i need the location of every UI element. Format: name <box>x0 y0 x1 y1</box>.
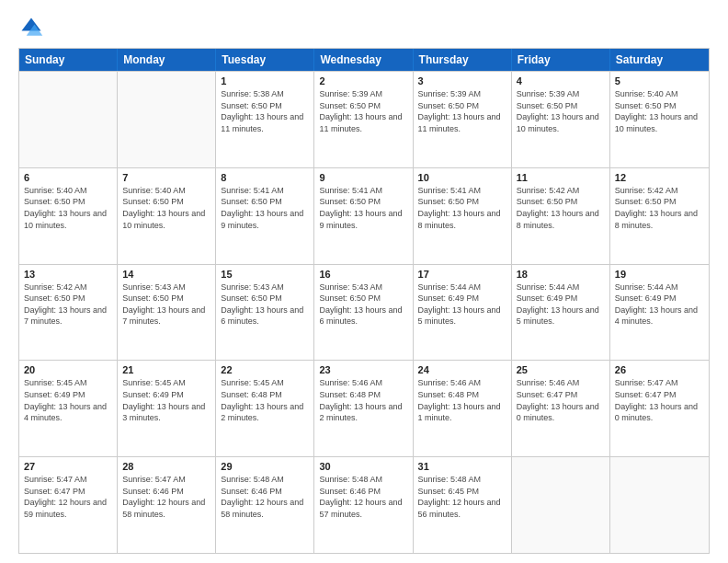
day-info: Sunrise: 5:44 AMSunset: 6:49 PMDaylight:… <box>418 282 506 327</box>
day-number: 19 <box>615 269 704 280</box>
day-info: Sunrise: 5:48 AMSunset: 6:46 PMDaylight:… <box>319 474 407 520</box>
cal-header-tuesday: Tuesday <box>216 49 314 71</box>
cal-header-wednesday: Wednesday <box>314 49 413 71</box>
cal-cell: 13Sunrise: 5:42 AMSunset: 6:50 PMDayligh… <box>19 265 118 361</box>
cal-week-5: 27Sunrise: 5:47 AMSunset: 6:47 PMDayligh… <box>19 456 709 553</box>
cal-header-monday: Monday <box>118 49 216 71</box>
day-info: Sunrise: 5:47 AMSunset: 6:47 PMDaylight:… <box>24 474 112 520</box>
day-number: 23 <box>319 364 407 375</box>
day-number: 28 <box>122 461 210 472</box>
day-info: Sunrise: 5:46 AMSunset: 6:48 PMDaylight:… <box>319 377 407 423</box>
cal-header-thursday: Thursday <box>414 49 512 71</box>
day-number: 21 <box>122 364 210 375</box>
day-number: 9 <box>319 172 407 183</box>
day-info: Sunrise: 5:41 AMSunset: 6:50 PMDaylight:… <box>418 185 506 231</box>
cal-header-friday: Friday <box>512 49 610 71</box>
day-info: Sunrise: 5:42 AMSunset: 6:50 PMDaylight:… <box>517 185 605 231</box>
cal-week-4: 20Sunrise: 5:45 AMSunset: 6:49 PMDayligh… <box>19 360 709 456</box>
cal-cell: 30Sunrise: 5:48 AMSunset: 6:46 PMDayligh… <box>314 457 413 553</box>
day-info: Sunrise: 5:40 AMSunset: 6:50 PMDaylight:… <box>615 88 704 134</box>
day-number: 1 <box>221 75 309 86</box>
cal-cell: 1Sunrise: 5:38 AMSunset: 6:50 PMDaylight… <box>216 72 314 167</box>
day-info: Sunrise: 5:40 AMSunset: 6:50 PMDaylight:… <box>24 185 112 231</box>
cal-cell: 29Sunrise: 5:48 AMSunset: 6:46 PMDayligh… <box>216 457 314 553</box>
cal-cell: 5Sunrise: 5:40 AMSunset: 6:50 PMDaylight… <box>610 72 709 167</box>
day-number: 3 <box>418 75 506 86</box>
logo-icon <box>18 15 44 40</box>
calendar-header-row: SundayMondayTuesdayWednesdayThursdayFrid… <box>19 49 709 71</box>
day-number: 6 <box>24 172 112 183</box>
day-info: Sunrise: 5:48 AMSunset: 6:45 PMDaylight:… <box>418 474 506 520</box>
cal-cell: 21Sunrise: 5:45 AMSunset: 6:49 PMDayligh… <box>118 361 216 456</box>
day-info: Sunrise: 5:48 AMSunset: 6:46 PMDaylight:… <box>221 474 309 520</box>
day-number: 22 <box>221 364 309 375</box>
cal-cell: 12Sunrise: 5:42 AMSunset: 6:50 PMDayligh… <box>610 168 709 264</box>
day-info: Sunrise: 5:44 AMSunset: 6:49 PMDaylight:… <box>517 282 605 327</box>
day-info: Sunrise: 5:47 AMSunset: 6:46 PMDaylight:… <box>122 474 210 520</box>
day-number: 26 <box>615 364 704 375</box>
cal-cell: 2Sunrise: 5:39 AMSunset: 6:50 PMDaylight… <box>314 72 413 167</box>
logo <box>18 15 48 40</box>
cal-cell: 17Sunrise: 5:44 AMSunset: 6:49 PMDayligh… <box>414 265 512 361</box>
day-info: Sunrise: 5:42 AMSunset: 6:50 PMDaylight:… <box>615 185 704 231</box>
calendar-body: 1Sunrise: 5:38 AMSunset: 6:50 PMDaylight… <box>19 71 709 553</box>
day-number: 29 <box>221 461 309 472</box>
day-info: Sunrise: 5:47 AMSunset: 6:47 PMDaylight:… <box>615 377 704 423</box>
day-number: 15 <box>221 269 309 280</box>
cal-cell: 15Sunrise: 5:43 AMSunset: 6:50 PMDayligh… <box>216 265 314 361</box>
day-number: 5 <box>615 75 704 86</box>
day-info: Sunrise: 5:39 AMSunset: 6:50 PMDaylight:… <box>517 88 605 134</box>
cal-cell: 23Sunrise: 5:46 AMSunset: 6:48 PMDayligh… <box>314 361 413 456</box>
cal-cell: 28Sunrise: 5:47 AMSunset: 6:46 PMDayligh… <box>118 457 216 553</box>
cal-cell: 22Sunrise: 5:45 AMSunset: 6:48 PMDayligh… <box>216 361 314 456</box>
cal-cell: 8Sunrise: 5:41 AMSunset: 6:50 PMDaylight… <box>216 168 314 264</box>
day-number: 8 <box>221 172 309 183</box>
day-number: 16 <box>319 269 407 280</box>
day-info: Sunrise: 5:43 AMSunset: 6:50 PMDaylight:… <box>221 282 309 327</box>
cal-cell: 18Sunrise: 5:44 AMSunset: 6:49 PMDayligh… <box>512 265 610 361</box>
cal-header-sunday: Sunday <box>19 49 118 71</box>
day-number: 14 <box>122 269 210 280</box>
day-number: 24 <box>418 364 506 375</box>
day-info: Sunrise: 5:38 AMSunset: 6:50 PMDaylight:… <box>221 88 309 134</box>
day-number: 27 <box>24 461 112 472</box>
day-info: Sunrise: 5:45 AMSunset: 6:48 PMDaylight:… <box>221 377 309 423</box>
day-info: Sunrise: 5:45 AMSunset: 6:49 PMDaylight:… <box>122 377 210 423</box>
day-info: Sunrise: 5:40 AMSunset: 6:50 PMDaylight:… <box>122 185 210 231</box>
day-number: 31 <box>418 461 506 472</box>
cal-cell: 31Sunrise: 5:48 AMSunset: 6:45 PMDayligh… <box>414 457 512 553</box>
cal-cell: 4Sunrise: 5:39 AMSunset: 6:50 PMDaylight… <box>512 72 610 167</box>
day-number: 4 <box>517 75 605 86</box>
day-info: Sunrise: 5:46 AMSunset: 6:47 PMDaylight:… <box>517 377 605 423</box>
day-info: Sunrise: 5:45 AMSunset: 6:49 PMDaylight:… <box>24 377 112 423</box>
day-number: 30 <box>319 461 407 472</box>
day-info: Sunrise: 5:39 AMSunset: 6:50 PMDaylight:… <box>418 88 506 134</box>
day-info: Sunrise: 5:41 AMSunset: 6:50 PMDaylight:… <box>221 185 309 231</box>
day-number: 2 <box>319 75 407 86</box>
day-number: 11 <box>517 172 605 183</box>
cal-cell: 20Sunrise: 5:45 AMSunset: 6:49 PMDayligh… <box>19 361 118 456</box>
cal-cell: 7Sunrise: 5:40 AMSunset: 6:50 PMDaylight… <box>118 168 216 264</box>
cal-cell <box>118 72 216 167</box>
cal-cell: 19Sunrise: 5:44 AMSunset: 6:49 PMDayligh… <box>610 265 709 361</box>
day-info: Sunrise: 5:42 AMSunset: 6:50 PMDaylight:… <box>24 282 112 327</box>
cal-cell: 27Sunrise: 5:47 AMSunset: 6:47 PMDayligh… <box>19 457 118 553</box>
day-info: Sunrise: 5:46 AMSunset: 6:48 PMDaylight:… <box>418 377 506 423</box>
cal-week-2: 6Sunrise: 5:40 AMSunset: 6:50 PMDaylight… <box>19 167 709 264</box>
cal-week-1: 1Sunrise: 5:38 AMSunset: 6:50 PMDaylight… <box>19 71 709 167</box>
day-number: 20 <box>24 364 112 375</box>
day-info: Sunrise: 5:43 AMSunset: 6:50 PMDaylight:… <box>319 282 407 327</box>
cal-cell: 9Sunrise: 5:41 AMSunset: 6:50 PMDaylight… <box>314 168 413 264</box>
day-number: 13 <box>24 269 112 280</box>
day-number: 10 <box>418 172 506 183</box>
day-number: 12 <box>615 172 704 183</box>
cal-cell <box>610 457 709 553</box>
calendar: SundayMondayTuesdayWednesdayThursdayFrid… <box>18 48 710 554</box>
day-number: 18 <box>517 269 605 280</box>
day-number: 7 <box>122 172 210 183</box>
cal-cell: 6Sunrise: 5:40 AMSunset: 6:50 PMDaylight… <box>19 168 118 264</box>
cal-cell: 14Sunrise: 5:43 AMSunset: 6:50 PMDayligh… <box>118 265 216 361</box>
cal-cell: 26Sunrise: 5:47 AMSunset: 6:47 PMDayligh… <box>610 361 709 456</box>
cal-cell: 11Sunrise: 5:42 AMSunset: 6:50 PMDayligh… <box>512 168 610 264</box>
day-info: Sunrise: 5:44 AMSunset: 6:49 PMDaylight:… <box>615 282 704 327</box>
